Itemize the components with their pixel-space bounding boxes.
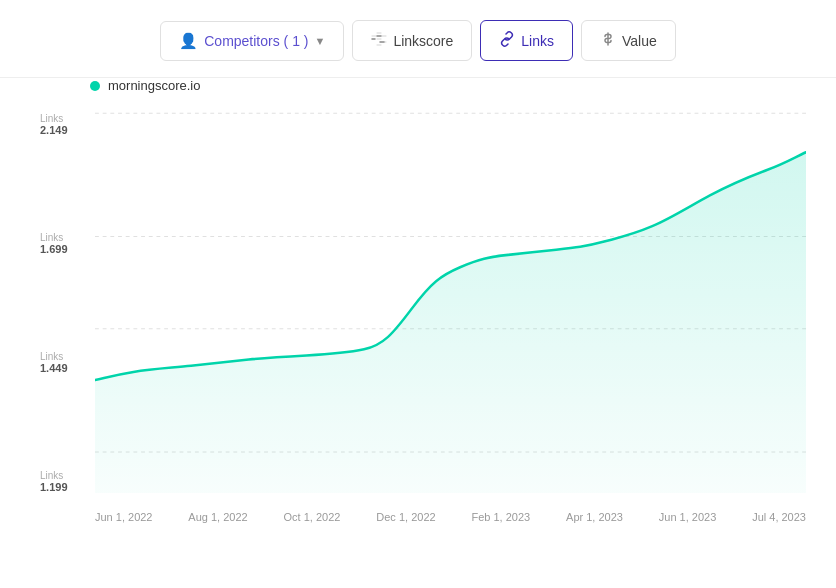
y-label-mid1: Links 1.699 (40, 232, 68, 255)
y-label-mid2: Links 1.449 (40, 351, 68, 374)
x-label-2: Aug 1, 2022 (188, 511, 247, 523)
y-labels: Links 2.149 Links 1.699 Links 1.449 Link… (40, 103, 68, 523)
chart-svg-container (95, 103, 806, 493)
y-label-value-3: 1.449 (40, 362, 68, 374)
x-label-7: Jun 1, 2023 (659, 511, 717, 523)
legend-label: morningscore.io (108, 78, 201, 93)
y-label-title-4: Links (40, 470, 68, 481)
chevron-down-icon: ▼ (314, 35, 325, 47)
competitors-button[interactable]: 👤 Competitors ( 1 ) ▼ (160, 21, 344, 61)
legend-dot (90, 81, 100, 91)
links-label: Links (521, 33, 554, 49)
value-icon (600, 31, 616, 50)
x-label-6: Apr 1, 2023 (566, 511, 623, 523)
value-label: Value (622, 33, 657, 49)
toolbar: 👤 Competitors ( 1 ) ▼ Linkscore Links Va… (0, 0, 836, 77)
linkscore-label: Linkscore (393, 33, 453, 49)
y-label-title-2: Links (40, 232, 68, 243)
x-label-1: Jun 1, 2022 (95, 511, 153, 523)
links-button[interactable]: Links (480, 20, 573, 61)
y-label-bottom: Links 1.199 (40, 470, 68, 493)
competitors-label: Competitors ( 1 ) (204, 33, 308, 49)
y-label-title-1: Links (40, 113, 68, 124)
y-label-title-3: Links (40, 351, 68, 362)
y-label-value-4: 1.199 (40, 481, 68, 493)
links-icon (499, 31, 515, 50)
x-label-3: Oct 1, 2022 (284, 511, 341, 523)
linkscore-button[interactable]: Linkscore (352, 20, 472, 61)
y-label-top: Links 2.149 (40, 113, 68, 136)
chart-wrapper: Links 2.149 Links 1.699 Links 1.449 Link… (40, 103, 806, 523)
legend: morningscore.io (90, 78, 806, 93)
person-icon: 👤 (179, 32, 198, 50)
value-button[interactable]: Value (581, 20, 676, 61)
x-label-5: Feb 1, 2023 (471, 511, 530, 523)
linkscore-icon (371, 31, 387, 50)
x-label-4: Dec 1, 2022 (376, 511, 435, 523)
x-axis-labels: Jun 1, 2022 Aug 1, 2022 Oct 1, 2022 Dec … (95, 493, 806, 523)
x-label-8: Jul 4, 2023 (752, 511, 806, 523)
y-label-value-1: 2.149 (40, 124, 68, 136)
y-label-value-2: 1.699 (40, 243, 68, 255)
main-container: 👤 Competitors ( 1 ) ▼ Linkscore Links Va… (0, 0, 836, 588)
chart-area: morningscore.io Links 2.149 Links 1.699 … (30, 78, 806, 523)
chart-svg (95, 103, 806, 493)
